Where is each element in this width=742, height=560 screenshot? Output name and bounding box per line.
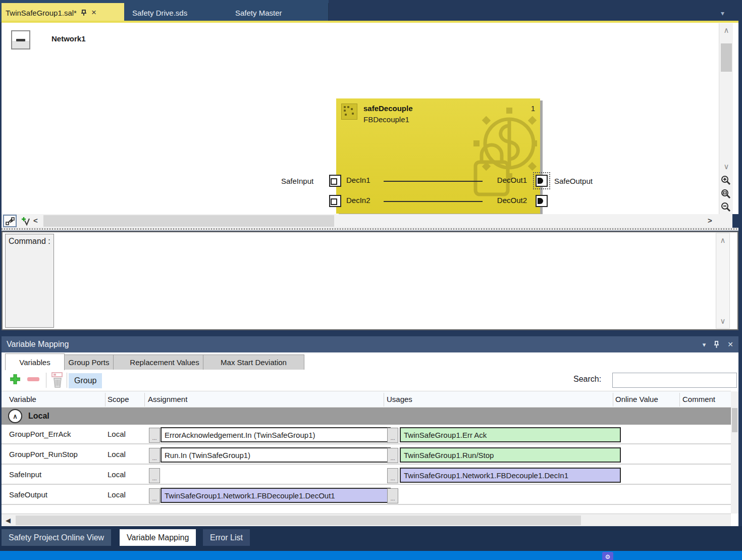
- bottom-panel-tab-strip: Safety Project Online View Variable Mapp…: [0, 526, 742, 546]
- zoom-in-icon[interactable]: [719, 173, 733, 187]
- assignment-value: Run.In (TwinSafeGroup1): [165, 451, 250, 460]
- usage-box[interactable]: TwinSafeGroup1.Network1.FBDecouple1.DecI…: [400, 468, 621, 483]
- port-label-decout2: DecOut2: [497, 196, 527, 205]
- column-scope[interactable]: Scope: [108, 395, 129, 403]
- v-scrollbar-thumb[interactable]: [732, 408, 737, 432]
- assignment-value: TwinSafeGroup1.Network1.FBDecouple1.DecO…: [165, 491, 335, 500]
- usage-box[interactable]: TwinSafeGroup1.Err Ack: [400, 427, 621, 442]
- assignment-browse-button[interactable]: ...: [149, 448, 160, 463]
- scroll-down-icon[interactable]: ∨: [716, 315, 729, 327]
- tab-label: Safety Project Online View: [9, 533, 104, 542]
- scroll-right-icon[interactable]: >: [708, 216, 712, 225]
- remove-variable-icon[interactable]: [27, 377, 40, 382]
- decin2-port-icon[interactable]: [329, 195, 341, 207]
- column-variable[interactable]: Variable: [9, 395, 36, 403]
- column-online-value[interactable]: Online Value: [615, 395, 658, 403]
- assignment-box[interactable]: Run.In (TwinSafeGroup1): [161, 447, 391, 463]
- panel-title: Variable Mapping: [7, 340, 69, 349]
- usages-browse-button[interactable]: ...: [387, 428, 398, 443]
- usages-browse-button[interactable]: ...: [387, 488, 398, 503]
- assignment-box[interactable]: TwinSafeGroup1.Network1.FBDecouple1.DecO…: [161, 488, 391, 503]
- column-usages[interactable]: Usages: [387, 395, 412, 403]
- tab-max-start-deviation[interactable]: Max Start Deviation: [203, 354, 304, 370]
- mapping-horizontal-scrollbar[interactable]: ◀: [2, 514, 731, 526]
- assignment-box[interactable]: ErrorAcknowledgement.In (TwinSafeGroup1): [161, 427, 391, 442]
- zoom-out-icon[interactable]: [719, 200, 733, 214]
- column-assignment[interactable]: Assignment: [148, 395, 187, 403]
- taskbar-app-icon[interactable]: ⚙: [602, 552, 613, 560]
- search-input[interactable]: [612, 373, 737, 388]
- tab-safety-drive[interactable]: Safety Drive.sds: [125, 3, 226, 22]
- zoom-reset-icon[interactable]: [719, 187, 733, 200]
- window-menu-icon[interactable]: ▾: [703, 341, 706, 348]
- status-strip: [0, 546, 742, 551]
- tab-safety-master[interactable]: Safety Master: [228, 3, 328, 22]
- pane-splitter-handle[interactable]: [2, 228, 738, 231]
- usage-box[interactable]: TwinSafeGroup1.Run/Stop: [400, 447, 621, 463]
- group-button-label: Group: [74, 376, 96, 385]
- scroll-up-icon[interactable]: ∧: [719, 24, 733, 36]
- tab-error-list[interactable]: Error List: [203, 529, 250, 546]
- safeinput-variable-label[interactable]: SafeInput: [281, 177, 313, 185]
- tab-variable-mapping[interactable]: Variable Mapping: [120, 529, 196, 546]
- command-label: Command :: [5, 234, 54, 328]
- delete-mapping-icon[interactable]: [50, 372, 65, 388]
- tab-label: Replacement Values: [130, 358, 199, 367]
- function-block-safedecouple[interactable]: safeDecouple FBDecouple1 1 DecIn1 DecOut…: [336, 98, 540, 214]
- scroll-left-icon[interactable]: ◀: [6, 517, 11, 524]
- h-scrollbar-thumb[interactable]: [43, 215, 334, 227]
- application-window: TwinSafeGroup1.sal* × Safety Drive.sds S…: [0, 0, 742, 560]
- safeoutput-variable-label[interactable]: SafeOutput: [554, 177, 593, 185]
- column-comment[interactable]: Comment: [682, 395, 715, 403]
- group-row-local[interactable]: ∧ Local: [2, 408, 731, 425]
- table-row[interactable]: GroupPort_RunStop Local ... Run.In (Twin…: [2, 445, 731, 465]
- tab-overflow-icon[interactable]: ▾: [721, 9, 724, 17]
- usages-browse-button[interactable]: ...: [387, 468, 398, 483]
- network-collapse-button[interactable]: [11, 30, 30, 49]
- table-row[interactable]: SafeInput Local ... ... TwinSafeGroup1.N…: [2, 465, 731, 485]
- network-title: Network1: [51, 34, 86, 43]
- variable-name: SafeInput: [9, 470, 41, 479]
- tab-replacement-values[interactable]: Replacement Values: [113, 354, 216, 370]
- collapse-chevron-icon[interactable]: ∧: [8, 409, 22, 423]
- decin1-port-icon[interactable]: [329, 175, 341, 187]
- scrollbar-thumb[interactable]: [721, 43, 732, 72]
- usages-browse-button[interactable]: ...: [387, 448, 398, 463]
- pin-icon[interactable]: [81, 9, 87, 16]
- variable-mapping-titlebar[interactable]: Variable Mapping ▾ ✕: [2, 336, 738, 352]
- port-label-decout1: DecOut1: [497, 176, 527, 184]
- assignment-browse-button[interactable]: ...: [149, 468, 160, 483]
- h-scrollbar-thumb[interactable]: [16, 516, 581, 525]
- tab-label: Max Start Deviation: [221, 358, 287, 367]
- assignment-browse-button[interactable]: ...: [149, 488, 160, 503]
- port-label-decin2: DecIn2: [346, 196, 370, 205]
- tab-safety-project-online-view[interactable]: Safety Project Online View: [2, 529, 111, 546]
- close-icon[interactable]: ×: [91, 8, 96, 18]
- close-icon[interactable]: ✕: [727, 340, 733, 348]
- group-button[interactable]: Group: [69, 373, 102, 388]
- decout1-port-icon[interactable]: [536, 175, 548, 187]
- tab-twinsafegroup1[interactable]: TwinSafeGroup1.sal* ×: [2, 3, 124, 22]
- pin-icon[interactable]: [714, 341, 719, 348]
- variable-scope: Local: [108, 450, 126, 459]
- add-variable-tool-icon[interactable]: [19, 215, 33, 227]
- table-row[interactable]: SafeOutput Local ... TwinSafeGroup1.Netw…: [2, 485, 731, 505]
- decout2-port-icon[interactable]: [536, 195, 548, 207]
- assignment-browse-button[interactable]: ...: [149, 428, 160, 443]
- command-vertical-scrollbar[interactable]: ∧ ∨: [716, 233, 730, 329]
- scroll-up-icon[interactable]: ∧: [716, 234, 729, 246]
- tab-label: Variable Mapping: [127, 533, 189, 542]
- scroll-down-icon[interactable]: ∨: [719, 161, 733, 173]
- tab-label: Error List: [210, 533, 243, 542]
- add-variable-icon[interactable]: [9, 373, 22, 386]
- table-row[interactable]: GroupPort_ErrAck Local ... ErrorAcknowle…: [2, 425, 731, 444]
- tab-label: Safety Drive.sds: [132, 9, 187, 17]
- connection-tool-icon[interactable]: [3, 215, 17, 227]
- group-row-label: Local: [28, 412, 49, 421]
- mapping-vertical-scrollbar[interactable]: [731, 391, 738, 514]
- wire-decin2-decout2: [384, 201, 483, 202]
- command-input-area[interactable]: [55, 233, 715, 329]
- scroll-left-icon[interactable]: <: [33, 216, 38, 225]
- search-label: Search:: [573, 375, 601, 384]
- tab-variables[interactable]: Variables: [5, 353, 65, 370]
